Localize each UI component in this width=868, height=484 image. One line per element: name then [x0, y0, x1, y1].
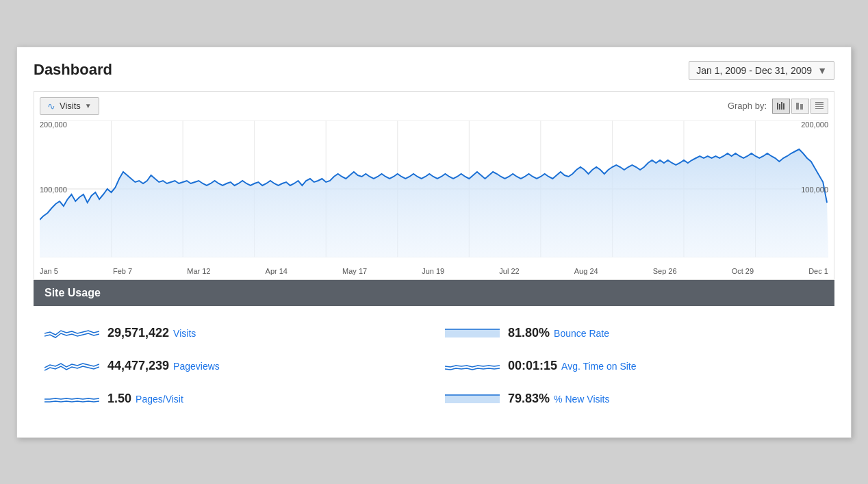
visits-sparkline	[44, 324, 99, 343]
metric-pages-per-visit: 1.50 Pages/Visit	[34, 383, 434, 416]
graph-month-button[interactable]	[810, 99, 828, 114]
svg-rect-23	[445, 329, 500, 337]
x-label-mar: Mar 12	[187, 267, 210, 275]
metrics-right-column: 81.80% Bounce Rate 00:01:15 Avg. Time on…	[434, 317, 834, 416]
x-axis-labels: Jan 5 Feb 7 Mar 12 Apr 14 May 17 Jun 19 …	[34, 264, 834, 279]
pageviews-label[interactable]: Pageviews	[173, 361, 220, 372]
svg-rect-25	[445, 395, 500, 403]
x-label-jun: Jun 19	[422, 267, 444, 275]
graph-week-button[interactable]	[791, 99, 809, 114]
metric-bounce-rate: 81.80% Bounce Rate	[434, 317, 834, 350]
avg-time-label[interactable]: Avg. Time on Site	[561, 361, 636, 372]
svg-rect-3	[783, 103, 784, 110]
chevron-down-icon: ▼	[817, 65, 827, 76]
pages-per-visit-sparkline	[44, 390, 99, 409]
x-label-may: May 17	[342, 267, 367, 275]
x-label-jul: Jul 22	[499, 267, 519, 275]
pages-per-visit-value: 1.50	[107, 392, 131, 406]
site-usage-header: Site Usage	[34, 280, 834, 306]
y-axis-right-top: 200,000	[801, 120, 828, 129]
site-usage-title: Site Usage	[44, 287, 101, 298]
x-label-dec: Dec 1	[808, 267, 828, 275]
new-visits-value: 79.83%	[508, 392, 550, 406]
metric-visits: 29,571,422 Visits	[34, 317, 434, 350]
chart-area: ∿ Visits ▼ Graph by: 200,000 100,000	[34, 91, 834, 280]
svg-rect-1	[779, 104, 780, 110]
y-axis-left-mid: 100,000	[40, 186, 67, 194]
new-visits-label[interactable]: % New Visits	[554, 394, 609, 405]
metrics-left-column: 29,571,422 Visits 44,477,239 Pageviews 1…	[34, 317, 434, 416]
svg-rect-7	[815, 104, 824, 105]
graph-day-button[interactable]	[772, 99, 790, 114]
chart-wrapper: 200,000 100,000 200,000 100,000	[34, 120, 834, 264]
svg-rect-5	[800, 104, 803, 110]
avg-time-value: 00:01:15	[508, 359, 557, 373]
date-range-selector[interactable]: Jan 1, 2009 - Dec 31, 2009 ▼	[689, 61, 834, 80]
graph-by-label: Graph by:	[728, 101, 767, 111]
y-axis-right-mid: 100,000	[801, 186, 828, 194]
graph-by-controls: Graph by:	[728, 99, 828, 114]
bounce-rate-label[interactable]: Bounce Rate	[554, 328, 609, 339]
avg-time-sparkline	[445, 357, 500, 376]
svg-rect-8	[815, 106, 824, 107]
x-label-apr: Apr 14	[266, 267, 288, 275]
svg-rect-2	[781, 102, 782, 110]
x-label-feb: Feb 7	[113, 267, 132, 275]
svg-rect-0	[777, 103, 778, 110]
pages-per-visit-label[interactable]: Pages/Visit	[136, 394, 183, 405]
svg-rect-4	[796, 103, 799, 110]
metric-pageviews: 44,477,239 Pageviews	[34, 350, 434, 383]
visits-button-label: Visits	[60, 101, 81, 111]
main-chart	[40, 120, 828, 257]
pageviews-sparkline	[44, 357, 99, 376]
header-row: Dashboard Jan 1, 2009 - Dec 31, 2009 ▼	[34, 61, 834, 80]
x-label-jan: Jan 5	[40, 267, 58, 275]
metric-avg-time: 00:01:15 Avg. Time on Site	[434, 350, 834, 383]
dashboard-container: Dashboard Jan 1, 2009 - Dec 31, 2009 ▼ ∿…	[16, 47, 852, 438]
x-label-oct: Oct 29	[732, 267, 754, 275]
trend-icon: ∿	[47, 101, 55, 112]
x-label-aug: Aug 24	[574, 267, 598, 275]
dropdown-arrow-icon: ▼	[85, 102, 92, 110]
pageviews-value: 44,477,239	[107, 359, 169, 373]
y-axis-left-top: 200,000	[40, 120, 67, 129]
bounce-rate-sparkline	[445, 324, 500, 343]
visits-value: 29,571,422	[107, 326, 169, 340]
svg-rect-6	[815, 102, 824, 103]
metric-new-visits: 79.83% % New Visits	[434, 383, 834, 416]
visits-button[interactable]: ∿ Visits ▼	[40, 97, 99, 115]
metrics-grid: 29,571,422 Visits 44,477,239 Pageviews 1…	[34, 306, 834, 421]
svg-rect-9	[815, 108, 824, 109]
bounce-rate-value: 81.80%	[508, 326, 550, 340]
x-label-sep: Sep 26	[653, 267, 677, 275]
visits-label[interactable]: Visits	[173, 328, 196, 339]
chart-toolbar: ∿ Visits ▼ Graph by:	[34, 97, 834, 120]
page-title: Dashboard	[34, 61, 112, 79]
date-range-text: Jan 1, 2009 - Dec 31, 2009	[696, 65, 812, 76]
new-visits-sparkline	[445, 390, 500, 409]
